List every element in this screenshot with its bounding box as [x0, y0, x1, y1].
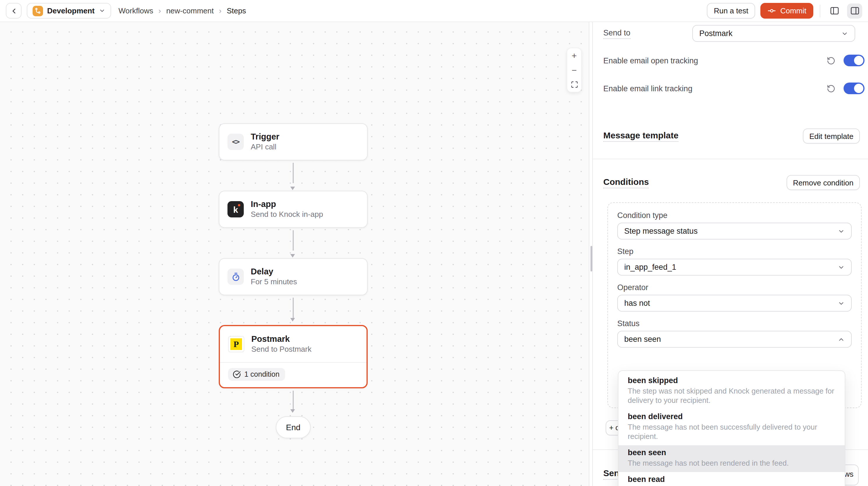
condition-type-value: Step message status	[624, 227, 698, 235]
edge-trigger-inapp	[292, 163, 293, 183]
stopwatch-icon	[227, 268, 244, 285]
circle-check-icon	[233, 370, 241, 379]
chevron-down-icon	[99, 7, 105, 14]
condition-count-badge[interactable]: 1 condition	[228, 368, 285, 381]
panel-left-icon	[829, 6, 839, 16]
node-subtitle: API call	[251, 142, 279, 152]
chevron-down-icon	[841, 30, 848, 37]
environment-switcher[interactable]: Development	[27, 3, 111, 19]
breadcrumb-workflow-name[interactable]: new-comment	[166, 6, 214, 15]
node-title: In-app	[251, 199, 323, 209]
operator-label: Operator	[617, 283, 852, 292]
toggle-left-panel-button[interactable]	[827, 3, 842, 18]
node-subtitle: For 5 minutes	[251, 277, 297, 287]
dropdown-option-been-read[interactable]: been read	[618, 472, 845, 486]
node-in-app[interactable]: k In-app Send to Knock in-app	[219, 191, 368, 228]
splitter-handle[interactable]	[590, 246, 592, 271]
dropdown-option-been-delivered[interactable]: been delivered The message has not been …	[618, 409, 845, 445]
git-commit-icon	[767, 6, 776, 15]
node-delay[interactable]: Delay For 5 minutes	[219, 258, 368, 295]
zoom-out-button[interactable]: −	[567, 63, 581, 77]
status-label: Status	[617, 319, 852, 328]
email-link-tracking-label: Enable email link tracking	[603, 84, 827, 93]
toggle-right-panel-button[interactable]	[847, 3, 862, 18]
status-value: been seen	[624, 335, 661, 344]
step-value: in_app_feed_1	[624, 263, 676, 271]
condition-type-select[interactable]: Step message status	[617, 223, 852, 239]
app-window: Development Workflows › new-comment › St…	[0, 0, 868, 486]
edge-arrowhead	[290, 254, 295, 258]
panel-splitter[interactable]	[589, 22, 593, 486]
node-trigger[interactable]: <> Trigger API call	[219, 123, 368, 160]
send-to-value: Postmark	[699, 29, 733, 38]
windows-button-label: ws	[844, 470, 854, 479]
workflow-branch-icon	[33, 5, 43, 16]
commit-button[interactable]: Commit	[761, 3, 813, 19]
fullscreen-icon	[570, 81, 578, 88]
email-open-tracking-label: Enable email open tracking	[603, 56, 827, 65]
workflow-canvas[interactable]: <> Trigger API call k In-app Send to Kno…	[0, 22, 589, 486]
edge-postmark-end	[292, 391, 293, 409]
option-title: been read	[628, 475, 835, 484]
dropdown-option-been-skipped[interactable]: been skipped The step was not skipped an…	[618, 373, 845, 409]
edge-arrowhead	[290, 318, 295, 322]
chevron-down-icon	[838, 264, 845, 270]
run-a-test-button[interactable]: Run a test	[707, 3, 755, 19]
edge-delay-postmark	[292, 298, 293, 318]
topbar-divider	[820, 4, 820, 17]
option-title: been skipped	[628, 376, 835, 385]
option-description: The message has not been rendered in the…	[628, 459, 835, 468]
section-divider	[593, 159, 868, 159]
node-subtitle: Send to Knock in-app	[251, 210, 323, 220]
option-description: The step was not skipped and Knock gener…	[628, 387, 835, 405]
operator-select[interactable]: has not	[617, 295, 852, 312]
option-title: been delivered	[628, 412, 835, 421]
step-settings-panel: Send to Postmark Enable email open track…	[593, 22, 868, 486]
status-dropdown-menu: been skipped The step was not skipped an…	[618, 370, 845, 486]
node-subtitle: Send to Postmark	[251, 345, 312, 355]
postmark-stamp-icon: P	[228, 336, 244, 352]
refresh-icon[interactable]	[827, 84, 835, 93]
operator-value: has not	[624, 299, 650, 307]
commit-label: Commit	[780, 6, 806, 15]
end-label: End	[286, 423, 301, 432]
chevron-up-icon	[838, 336, 845, 343]
step-select[interactable]: in_app_feed_1	[617, 259, 852, 276]
breadcrumb-steps: Steps	[226, 6, 246, 15]
code-icon: <>	[227, 134, 244, 150]
email-open-tracking-toggle[interactable]	[843, 55, 865, 66]
send-to-select[interactable]: Postmark	[692, 25, 855, 42]
node-end[interactable]: End	[276, 416, 311, 438]
email-link-tracking-toggle[interactable]	[843, 83, 865, 94]
top-bar: Development Workflows › new-comment › St…	[0, 0, 868, 22]
breadcrumb-separator: ›	[219, 6, 222, 15]
remove-condition-button[interactable]: Remove condition	[786, 175, 860, 190]
message-template-heading: Message template	[603, 130, 678, 142]
breadcrumb-separator: ›	[158, 6, 161, 15]
node-title: Postmark	[251, 334, 312, 344]
status-select[interactable]: been seen	[617, 331, 852, 348]
refresh-icon[interactable]	[827, 56, 835, 65]
send-section-heading-clipped: Sen	[603, 468, 619, 480]
panel-right-icon	[850, 6, 860, 16]
step-label: Step	[617, 247, 852, 256]
condition-count-label: 1 condition	[244, 370, 280, 379]
node-title: Delay	[251, 266, 297, 277]
zoom-in-button[interactable]: +	[567, 48, 581, 63]
option-title: been seen	[628, 448, 835, 457]
edge-inapp-delay	[292, 230, 293, 251]
breadcrumb-workflows[interactable]: Workflows	[118, 6, 153, 15]
knock-logo-icon: k	[227, 201, 244, 218]
canvas-zoom-controls: + −	[567, 48, 582, 92]
node-postmark[interactable]: P Postmark Send to Postmark 1 condition	[219, 325, 368, 388]
breadcrumb: Workflows › new-comment › Steps	[118, 6, 246, 15]
dropdown-option-been-seen[interactable]: been seen The message has not been rende…	[618, 445, 845, 472]
back-button[interactable]	[6, 3, 22, 19]
edit-template-button[interactable]: Edit template	[803, 128, 860, 143]
environment-label: Development	[47, 6, 95, 15]
send-to-label: Send to	[603, 28, 630, 39]
condition-type-label: Condition type	[617, 211, 852, 220]
chevron-down-icon	[838, 300, 845, 307]
fit-view-button[interactable]	[567, 77, 581, 92]
chevron-left-icon	[9, 7, 18, 15]
